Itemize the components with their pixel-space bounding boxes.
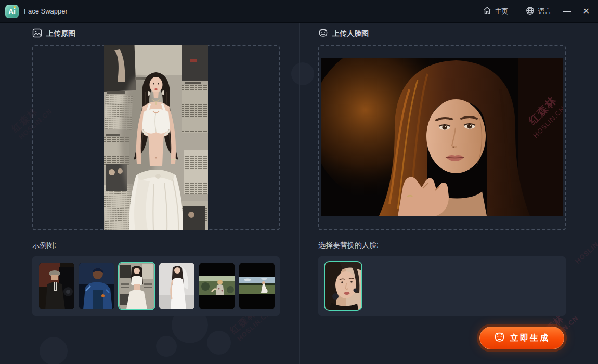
face-thumb-selected[interactable]	[325, 262, 361, 310]
generate-button-label: 立即生成	[510, 333, 550, 344]
nav-language[interactable]: 语言	[526, 6, 552, 17]
watermark-text: HOSLIN.CN	[574, 231, 598, 265]
nav-home[interactable]: 主页	[483, 6, 509, 16]
generate-face-icon	[494, 332, 505, 345]
titlebar: Ai Face Swapper 主页 语言 — ✕	[0, 0, 598, 23]
panel-divider	[299, 23, 300, 364]
faces-label: 选择要替换的人脸:	[318, 241, 379, 250]
sample-thumbnail-strip	[32, 256, 280, 316]
face-thumbnail-strip	[318, 256, 566, 316]
background-watermark-blob	[156, 336, 177, 357]
titlebar-separator	[517, 7, 517, 15]
sample-thumb-bride-veil[interactable]	[159, 263, 194, 309]
face-icon	[318, 28, 328, 40]
nav-home-label: 主页	[495, 7, 509, 16]
samples-label: 示例图:	[32, 241, 56, 250]
background-watermark-blob	[291, 62, 314, 85]
left-panel-title: 上传原图	[46, 29, 75, 38]
sample-thumb-blonde-outdoors[interactable]	[199, 263, 235, 309]
close-button[interactable]: ✕	[583, 7, 590, 16]
globe-icon	[526, 6, 535, 17]
background-watermark-blob	[40, 337, 68, 364]
app-logo-icon: Ai	[5, 5, 19, 18]
right-panel-title: 上传人脸图	[332, 29, 369, 38]
picture-icon	[32, 28, 42, 40]
background-watermark-blob	[207, 331, 231, 355]
sample-thumb-woman-newspaper[interactable]	[119, 263, 154, 309]
sample-thumb-man-blue-armor[interactable]	[79, 263, 114, 309]
source-image-preview	[104, 45, 208, 230]
app-title: Face Swapper	[24, 7, 68, 15]
nav-language-label: 语言	[538, 7, 552, 16]
minimize-button[interactable]: —	[563, 7, 571, 16]
generate-button[interactable]: 立即生成	[479, 327, 564, 349]
logo-dot	[14, 6, 16, 8]
app-logo-text: Ai	[8, 7, 16, 16]
home-icon	[483, 6, 491, 16]
sample-thumb-man-in-cap[interactable]	[39, 263, 74, 309]
sample-thumb-woman-field[interactable]	[239, 263, 275, 309]
face-image-preview: 红森林 HOSLIN.CN	[321, 58, 563, 216]
left-panel-header: 上传原图	[32, 28, 75, 40]
right-panel-header: 上传人脸图	[318, 28, 369, 40]
